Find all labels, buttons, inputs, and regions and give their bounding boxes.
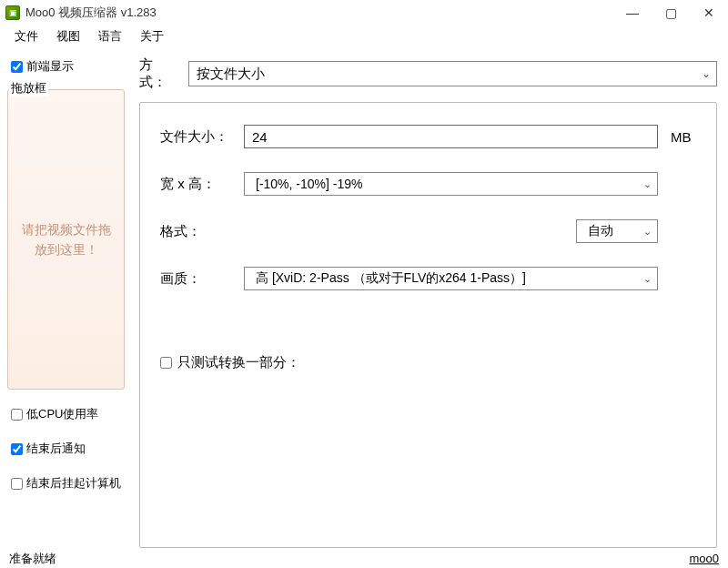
mode-select[interactable]: 按文件大小 <box>188 61 717 86</box>
format-label: 格式： <box>160 223 231 240</box>
quality-label: 画质： <box>160 270 231 288</box>
format-select[interactable]: 自动 <box>576 219 658 243</box>
settings-panel: 文件大小： MB 宽 x 高： [-10%, -10%] -19% 格式： 自动 <box>139 102 717 548</box>
statusbar: 准备就绪 moo0 <box>0 548 728 568</box>
menu-view[interactable]: 视图 <box>47 26 89 46</box>
drop-target[interactable]: 请把视频文件拖放到这里！ <box>7 89 125 390</box>
menu-file[interactable]: 文件 <box>5 26 47 46</box>
wh-label: 宽 x 高： <box>160 176 231 193</box>
sidebar: 前端显示 拖放框 请把视频文件拖放到这里！ 低CPU使用率 结束后通知 结束后挂… <box>0 47 132 548</box>
drop-hint: 请把视频文件拖放到这里！ <box>17 219 115 260</box>
menu-about[interactable]: 关于 <box>131 26 173 46</box>
app-icon: ▣ <box>5 5 20 20</box>
filesize-label: 文件大小： <box>160 128 231 146</box>
maximize-button[interactable]: ▢ <box>652 0 690 25</box>
notify-done-input[interactable] <box>11 443 23 455</box>
main-panel: 方式： 按文件大小 文件大小： MB 宽 x 高： [-10%, -10%] -… <box>132 47 728 548</box>
mode-label: 方式： <box>139 56 179 91</box>
test-portion-label: 只测试转换一部分： <box>177 354 300 371</box>
test-portion-input[interactable] <box>160 357 172 369</box>
menu-language[interactable]: 语言 <box>89 26 131 46</box>
suspend-after-checkbox[interactable]: 结束后挂起计算机 <box>5 472 126 495</box>
filesize-input[interactable] <box>244 125 658 148</box>
wh-select[interactable]: [-10%, -10%] -19% <box>244 172 658 196</box>
always-on-top-label: 前端显示 <box>26 58 74 75</box>
always-on-top-checkbox[interactable]: 前端显示 <box>5 55 126 78</box>
suspend-after-input[interactable] <box>11 478 23 490</box>
always-on-top-input[interactable] <box>11 61 23 73</box>
mode-value: 按文件大小 <box>197 66 265 83</box>
dropframe-label: 拖放框 <box>9 78 48 96</box>
format-value: 自动 <box>588 223 613 239</box>
low-cpu-input[interactable] <box>11 409 23 421</box>
notify-done-checkbox[interactable]: 结束后通知 <box>5 437 126 461</box>
low-cpu-checkbox[interactable]: 低CPU使用率 <box>5 402 126 426</box>
low-cpu-label: 低CPU使用率 <box>26 406 98 422</box>
window-title: Moo0 视频压缩器 v1.283 <box>25 5 157 21</box>
menubar: 文件 视图 语言 关于 <box>0 25 728 47</box>
quality-value: 高 [XviD: 2-Pass （或对于FLV的x264 1-Pass）] <box>256 270 526 287</box>
minimize-button[interactable]: — <box>613 0 652 25</box>
close-button[interactable]: ✕ <box>690 0 728 25</box>
test-portion-checkbox[interactable]: 只测试转换一部分： <box>160 354 696 371</box>
moo0-link[interactable]: moo0 <box>689 552 719 565</box>
filesize-unit: MB <box>671 129 696 145</box>
titlebar: ▣ Moo0 视频压缩器 v1.283 — ▢ ✕ <box>0 0 728 25</box>
quality-select[interactable]: 高 [XviD: 2-Pass （或对于FLV的x264 1-Pass）] <box>244 267 658 290</box>
notify-done-label: 结束后通知 <box>26 441 86 457</box>
status-text: 准备就绪 <box>9 551 56 567</box>
suspend-after-label: 结束后挂起计算机 <box>26 475 121 492</box>
wh-value: [-10%, -10%] -19% <box>256 177 363 191</box>
